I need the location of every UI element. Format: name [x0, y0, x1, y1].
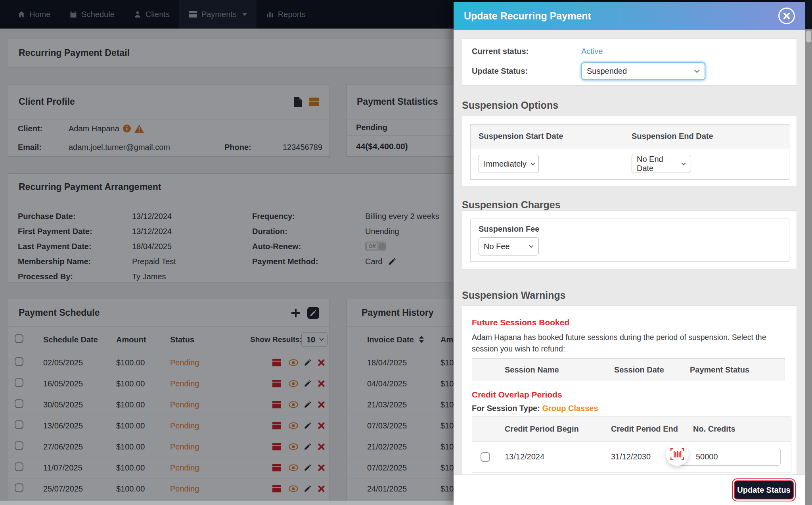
- future-sessions-title: Future Sessions Booked: [472, 318, 787, 327]
- scrollbar-thumb[interactable]: [806, 31, 811, 42]
- update-status-label: Update Status:: [472, 67, 581, 76]
- suspension-charges-heading: Suspension Charges: [462, 199, 561, 211]
- start-date-select[interactable]: Immediately: [479, 155, 539, 173]
- close-icon: [783, 12, 790, 19]
- credit-period-end-header: Credit Period End: [611, 424, 693, 434]
- modal-header: Update Recurring Payment: [454, 2, 805, 30]
- session-type-line-1: For Session Type: Group Classes: [472, 404, 787, 413]
- future-sessions-text: Adam Hapana has booked future sessions d…: [472, 332, 787, 355]
- credit-period-begin-header: Credit Period Begin: [505, 424, 611, 434]
- end-date-header: Suspension End Date: [632, 132, 713, 141]
- suspension-fee-select[interactable]: No Fee: [479, 237, 539, 255]
- update-status-select[interactable]: Suspended: [581, 62, 705, 80]
- options-table-header: Suspension Start Date Suspension End Dat…: [471, 125, 789, 148]
- chevron-down-icon: [681, 162, 686, 165]
- modal-body: Current status: Active Update Status: Su…: [454, 30, 805, 474]
- session-name-header: Session Name: [505, 365, 614, 374]
- scrollbar-top: [805, 0, 812, 29]
- update-recurring-payment-modal: Update Recurring Payment Current status:…: [454, 2, 805, 505]
- barcode-icon: [670, 448, 684, 460]
- suspension-warnings-card: Future Sessions Booked Adam Hapana has b…: [462, 305, 797, 474]
- session-date-header: Session Date: [614, 365, 690, 374]
- overlap-row-checkbox[interactable]: [481, 452, 490, 462]
- current-status-label: Current status:: [472, 47, 581, 56]
- no-credits-header: No. Credits: [693, 424, 735, 434]
- end-date-select[interactable]: No End Date: [632, 155, 691, 173]
- status-card: Current status: Active Update Status: Su…: [462, 38, 797, 86]
- current-status-value: Active: [581, 47, 787, 56]
- update-status-button[interactable]: Update Status: [734, 480, 794, 499]
- suspension-fee-label: Suspension Fee: [479, 225, 781, 234]
- close-button[interactable]: [778, 8, 795, 24]
- chevron-down-icon: [529, 245, 534, 248]
- payment-status-header: Payment Status: [690, 365, 749, 374]
- start-date-header: Suspension Start Date: [479, 132, 632, 141]
- credit-period-begin: 13/12/2024: [505, 452, 611, 461]
- barcode-cursor: [666, 443, 689, 466]
- credit-overlap-row: 13/12/2024 31/12/2030: [472, 442, 791, 472]
- suspension-options-card: Suspension Start Date Suspension End Dat…: [462, 116, 797, 187]
- session-type-link[interactable]: Group Classes: [542, 404, 598, 413]
- chevron-down-icon: [530, 162, 535, 165]
- credit-overlap-title: Credit Overlap Periods: [472, 390, 787, 399]
- suspension-warnings-heading: Suspension Warnings: [462, 290, 566, 301]
- credit-overlap-table: Credit Period Begin Credit Period End No…: [472, 417, 791, 472]
- modal-footer: Update Status: [454, 474, 805, 505]
- credits-input[interactable]: [680, 448, 781, 466]
- chevron-down-icon: [694, 69, 700, 73]
- modal-title: Update Recurring Payment: [464, 10, 591, 22]
- sessions-table-header: Session Name Session Date Payment Status: [472, 358, 785, 381]
- suspension-charges-card: Suspension Fee No Fee: [462, 210, 797, 269]
- vertical-scrollbar[interactable]: [805, 0, 812, 505]
- suspension-options-heading: Suspension Options: [462, 100, 558, 111]
